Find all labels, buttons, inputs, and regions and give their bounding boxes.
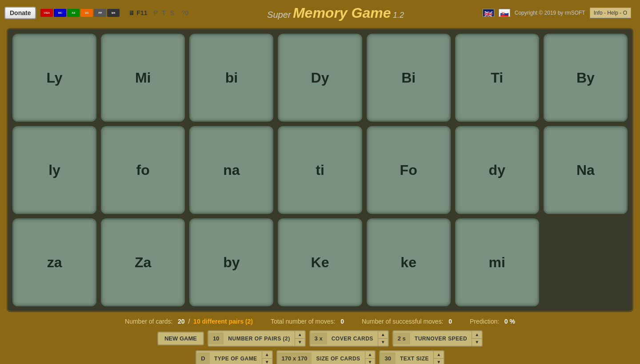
card-20[interactable]: mi <box>455 218 539 306</box>
card-10[interactable]: na <box>189 126 273 214</box>
copyright-text: Copyright © 2019 by rmSOFT <box>515 10 585 16</box>
card-2[interactable]: Mi <box>101 34 185 122</box>
title-super: Super <box>267 10 291 20</box>
speed-down-button[interactable]: ▼ <box>472 339 482 346</box>
card-8[interactable]: ly <box>12 126 96 214</box>
textsize-arrows: ▲ ▼ <box>433 351 444 364</box>
card-11[interactable]: ti <box>278 126 362 214</box>
game-board: LyMibiDyBiTiBylyfonatiFodyNazaZabyKekemi <box>7 28 633 312</box>
card-6[interactable]: Ti <box>455 34 539 122</box>
speed-control: 2 s TURNOVER SPEED ▲ ▼ <box>392 330 483 347</box>
stat-total-moves: Total number of moves: 0 <box>271 318 344 325</box>
size-control: 170 x 170 SIZE OF CARDS ▲ ▼ <box>276 350 376 364</box>
cover-up-button[interactable]: ▲ <box>378 331 388 339</box>
type-value: D <box>196 352 210 364</box>
payment-icon-amex: AX <box>67 9 80 17</box>
card-17[interactable]: by <box>189 218 273 306</box>
cover-arrows: ▲ ▼ <box>378 331 388 346</box>
card-9[interactable]: fo <box>101 126 185 214</box>
pairs-arrows: ▲ ▼ <box>295 331 305 346</box>
success-moves-value: 0 <box>448 318 452 325</box>
header-right: Copyright © 2019 by rmSOFT Info - Help -… <box>483 8 631 18</box>
title-version: 1.2 <box>393 11 404 20</box>
header: Donate VISA MC AX DC PP BK 🖥 F11 P T S ?… <box>0 0 640 26</box>
donate-button[interactable]: Donate <box>4 7 36 19</box>
speed-value: 2 s <box>393 332 410 344</box>
flag-slovak[interactable] <box>499 9 510 17</box>
card-3[interactable]: bi <box>189 34 273 122</box>
size-arrows: ▲ ▼ <box>365 351 375 364</box>
type-down-button[interactable]: ▼ <box>262 359 272 364</box>
speed-label: TURNOVER SPEED <box>410 333 472 344</box>
num-cards-pairs: 10 different pairs (2) <box>193 318 253 325</box>
prediction-label: Prediction: <box>470 318 499 325</box>
card-15[interactable]: za <box>12 218 96 306</box>
title-main: Memory Game <box>293 5 391 21</box>
cover-label: COVER CARDS <box>327 333 378 344</box>
stats-row: Number of cards: 20 / 10 different pairs… <box>0 314 640 328</box>
question-icon[interactable]: ?0 <box>182 9 189 16</box>
controls-row-1: NEW GAME 10 NUMBER OF PAIRS (2) ▲ ▼ 3 x … <box>0 328 640 348</box>
card-4[interactable]: Dy <box>278 34 362 122</box>
payment-icon-disc: DC <box>80 9 93 17</box>
speed-up-button[interactable]: ▲ <box>472 331 482 339</box>
flag-english[interactable] <box>483 9 494 17</box>
size-label: SIZE OF CARDS <box>312 353 364 364</box>
card-16[interactable]: Za <box>101 218 185 306</box>
title-area: Super Memory Game 1.2 <box>193 5 478 21</box>
card-19[interactable]: ke <box>367 218 451 306</box>
pairs-control: 10 NUMBER OF PAIRS (2) ▲ ▼ <box>208 330 306 347</box>
total-moves-label: Total number of moves: <box>271 318 336 325</box>
card-12[interactable]: Fo <box>367 126 451 214</box>
controls-row-2: D TYPE OF GAME ▲ ▼ 170 x 170 SIZE OF CAR… <box>0 348 640 364</box>
pairs-label: NUMBER OF PAIRS (2) <box>224 333 294 344</box>
card-14[interactable]: Na <box>544 126 628 214</box>
card-5[interactable]: Bi <box>367 34 451 122</box>
stat-num-cards: Number of cards: 20 / 10 different pairs… <box>125 318 253 325</box>
card-7[interactable]: By <box>544 34 628 122</box>
stat-success-moves: Number of successful moves: 0 <box>362 318 452 325</box>
pairs-down-button[interactable]: ▼ <box>295 339 305 346</box>
textsize-value: 30 <box>380 352 395 364</box>
textsize-label: TEXT SIZE <box>396 353 433 364</box>
info-help-button[interactable]: Info - Help - O <box>590 8 631 18</box>
payment-icon-pp: PP <box>94 9 106 17</box>
num-cards-value: 20 <box>178 318 185 325</box>
cover-value: 3 x <box>310 332 327 344</box>
pairs-value: 10 <box>208 332 224 344</box>
card-1[interactable]: Ly <box>12 34 96 122</box>
pairs-up-button[interactable]: ▲ <box>295 331 305 339</box>
payment-icon-mc: MC <box>54 9 66 17</box>
payment-icons: VISA MC AX DC PP BK <box>40 9 120 17</box>
size-value: 170 x 170 <box>277 352 312 364</box>
stat-prediction: Prediction: 0 % <box>470 318 515 325</box>
header-tools: 🖥 F11 P T S ?0 <box>128 9 188 16</box>
pts-label: P T S <box>153 9 175 16</box>
num-cards-label: Number of cards: <box>125 318 172 325</box>
total-moves-value: 0 <box>340 318 344 325</box>
cover-down-button[interactable]: ▼ <box>378 339 388 346</box>
size-up-button[interactable]: ▲ <box>365 351 375 359</box>
success-moves-label: Number of successful moves: <box>362 318 444 325</box>
speed-arrows: ▲ ▼ <box>472 331 482 346</box>
payment-icon-visa: VISA <box>40 9 53 17</box>
card-grid: LyMibiDyBiTiBylyfonatiFodyNazaZabyKekemi <box>12 34 628 306</box>
textsize-down-button[interactable]: ▼ <box>434 359 444 364</box>
cover-control: 3 x COVER CARDS ▲ ▼ <box>309 330 389 347</box>
card-21 <box>544 218 628 306</box>
size-down-button[interactable]: ▼ <box>365 359 375 364</box>
prediction-value: 0 % <box>504 318 515 325</box>
type-label: TYPE OF GAME <box>210 353 262 364</box>
textsize-control: 30 TEXT SIZE ▲ ▼ <box>379 350 444 364</box>
card-13[interactable]: dy <box>455 126 539 214</box>
type-arrows: ▲ ▼ <box>262 351 272 364</box>
new-game-button[interactable]: NEW GAME <box>157 332 204 345</box>
textsize-up-button[interactable]: ▲ <box>434 351 444 359</box>
payment-icon-other: BK <box>107 9 120 17</box>
type-up-button[interactable]: ▲ <box>262 351 272 359</box>
card-18[interactable]: Ke <box>278 218 362 306</box>
monitor-icon[interactable]: 🖥 F11 <box>128 9 147 16</box>
type-control: D TYPE OF GAME ▲ ▼ <box>196 350 273 364</box>
